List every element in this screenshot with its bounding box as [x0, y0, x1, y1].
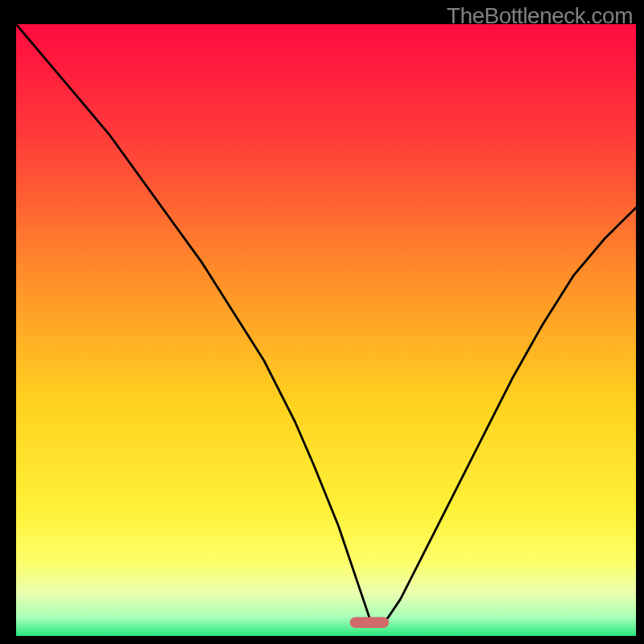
chart-frame: TheBottleneck.com	[0, 0, 644, 644]
watermark-label: TheBottleneck.com	[447, 3, 633, 29]
bottleneck-chart	[16, 24, 636, 636]
optimal-marker	[350, 617, 390, 628]
plot-area	[16, 24, 636, 636]
svg-rect-0	[16, 24, 636, 636]
